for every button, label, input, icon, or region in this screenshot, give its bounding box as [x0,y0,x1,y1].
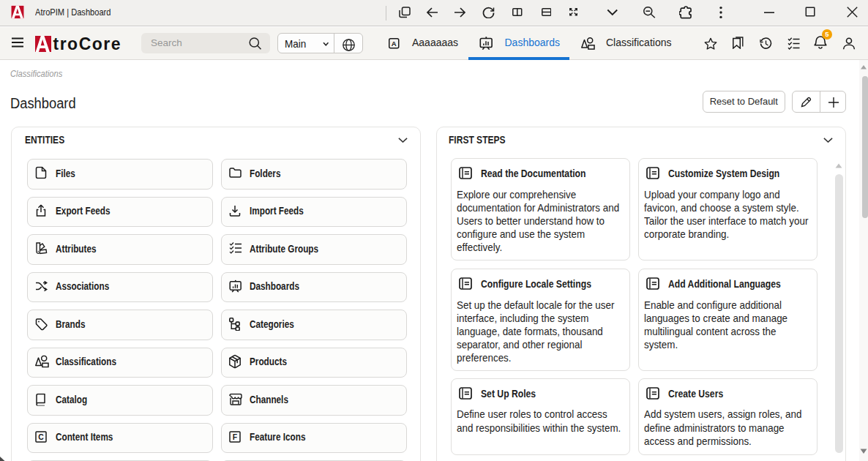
svg-text:A: A [392,40,397,48]
svg-text:F: F [233,432,238,441]
svg-text:C: C [38,432,44,441]
